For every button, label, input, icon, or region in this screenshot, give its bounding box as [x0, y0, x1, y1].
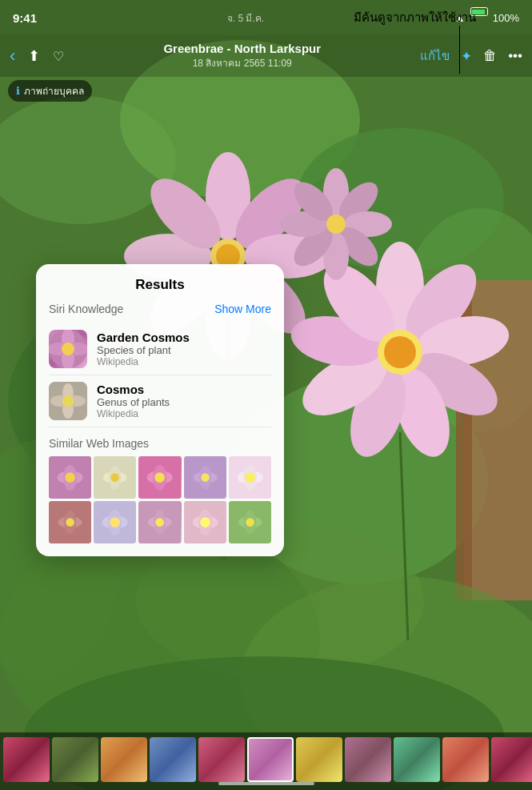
svg-point-65 — [110, 473, 119, 482]
badge-icon: ℹ — [16, 85, 20, 97]
thumbnail-1[interactable] — [3, 737, 50, 782]
svg-point-97 — [246, 518, 254, 527]
result-name-garden-cosmos: Garden Cosmos — [97, 331, 190, 344]
svg-point-73 — [201, 473, 210, 482]
similar-image-2[interactable] — [94, 456, 136, 499]
show-more-button[interactable]: Show More — [214, 303, 271, 315]
results-siri-row: Siri Knowledge Show More — [49, 303, 271, 315]
svg-point-57 — [62, 395, 74, 407]
share-button[interactable]: ⬆ — [28, 47, 40, 65]
results-panel: Results Siri Knowledge Show More Garden … — [36, 264, 284, 556]
results-title: Results — [49, 277, 271, 293]
svg-point-93 — [200, 517, 210, 527]
result-thumb-garden-cosmos — [49, 330, 87, 368]
result-desc-cosmos: Genus of plants — [97, 396, 170, 408]
svg-point-85 — [110, 517, 120, 527]
similar-image-8[interactable] — [138, 501, 181, 543]
thumbnail-10[interactable] — [442, 737, 489, 782]
result-text-cosmos: Cosmos Genus of plants Wikipedia — [97, 383, 170, 419]
delete-button[interactable]: 🗑 — [483, 48, 497, 64]
thumbnail-2[interactable] — [52, 737, 98, 782]
result-source-garden-cosmos: Wikipedia — [97, 356, 190, 367]
thumbnail-3[interactable] — [101, 737, 147, 782]
svg-point-40 — [326, 215, 346, 234]
visual-lookup-badge[interactable]: ℹ ภาพถ่ายบุคคล — [8, 80, 92, 102]
more-button[interactable]: ••• — [508, 48, 522, 64]
svg-point-69 — [155, 472, 166, 483]
similar-web-images-label: Similar Web Images — [49, 437, 271, 450]
result-item-garden-cosmos[interactable]: Garden Cosmos Species of plant Wikipedia — [49, 323, 271, 375]
result-item-cosmos[interactable]: Cosmos Genus of plants Wikipedia — [49, 375, 271, 427]
thumbnail-8[interactable] — [345, 737, 391, 782]
svg-point-89 — [156, 518, 165, 527]
status-time: 9:41 — [13, 11, 37, 25]
svg-point-51 — [62, 343, 74, 355]
result-desc-garden-cosmos: Species of plant — [97, 344, 190, 356]
home-indicator — [218, 782, 314, 785]
thumbnail-9[interactable] — [394, 737, 440, 782]
result-thumb-cosmos — [49, 382, 87, 420]
result-name-cosmos: Cosmos — [97, 383, 170, 396]
svg-point-31 — [384, 336, 416, 368]
similar-image-9[interactable] — [184, 501, 226, 543]
siri-knowledge-label: Siri Knowledge — [49, 303, 123, 315]
svg-point-81 — [66, 518, 74, 527]
status-center: จ. 5 มี.ค. — [227, 10, 264, 26]
similar-image-3[interactable] — [138, 456, 181, 499]
svg-point-61 — [65, 472, 75, 483]
similar-image-5[interactable] — [229, 456, 271, 499]
badge-label: ภาพถ่ายบุคคล — [24, 83, 84, 98]
svg-point-77 — [245, 472, 255, 483]
result-text-garden-cosmos: Garden Cosmos Species of plant Wikipedia — [97, 331, 190, 367]
favorite-button[interactable]: ♡ — [53, 49, 64, 64]
thumbnail-11[interactable] — [491, 737, 532, 782]
nav-left: ‹ ⬆ ♡ — [10, 46, 64, 66]
back-button[interactable]: ‹ — [10, 46, 15, 66]
similar-image-1[interactable] — [49, 456, 91, 499]
similar-image-4[interactable] — [184, 456, 226, 499]
thumbnail-active[interactable] — [247, 737, 294, 782]
annotation-line — [459, 26, 460, 74]
thumbnail-5[interactable] — [198, 737, 245, 782]
battery-percent: 100% — [493, 12, 519, 24]
annotation-text: มีค้นดูจากภาพให้ใช้งาน — [354, 10, 476, 26]
thumbnail-7[interactable] — [296, 737, 342, 782]
result-source-cosmos: Wikipedia — [97, 408, 170, 419]
similar-image-10[interactable] — [229, 501, 271, 543]
thumbnail-4[interactable] — [150, 737, 196, 782]
similar-image-7[interactable] — [94, 501, 136, 543]
annotation: มีค้นดูจากภาพให้ใช้งาน — [354, 10, 476, 74]
similar-web-images-grid — [49, 456, 271, 543]
similar-image-6[interactable] — [49, 501, 91, 543]
